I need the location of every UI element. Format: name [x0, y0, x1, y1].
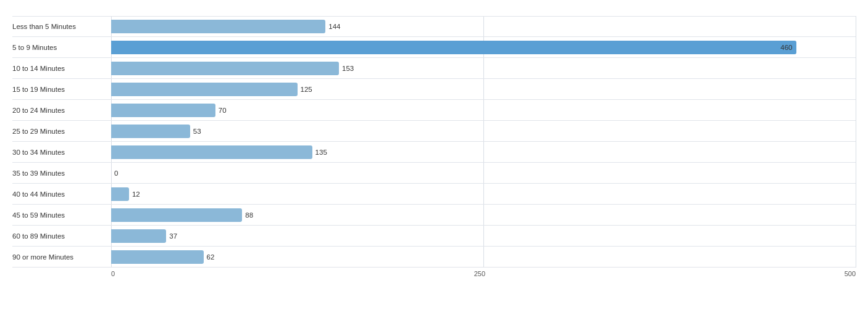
grid-line: [856, 16, 856, 268]
bar-row: 35 to 39 Minutes0: [12, 163, 856, 184]
bar-label: 10 to 14 Minutes: [12, 65, 111, 72]
bar-row: 45 to 59 Minutes88: [12, 205, 856, 226]
bar-value: 135: [315, 149, 327, 156]
bar-fill: 53: [111, 125, 190, 138]
bar-track: 125: [111, 79, 856, 99]
bar-row: 90 or more Minutes62: [12, 247, 856, 268]
bar-value: 62: [207, 253, 215, 261]
bar-fill: 37: [111, 229, 166, 243]
bar-value: 37: [169, 232, 177, 240]
bar-value: 153: [342, 65, 354, 72]
bar-track: 144: [111, 17, 856, 36]
bar-row: 20 to 24 Minutes70: [12, 100, 856, 121]
x-axis-label: 250: [474, 270, 485, 277]
bar-row: 5 to 9 Minutes460: [12, 37, 856, 58]
bar-label: 45 to 59 Minutes: [12, 211, 111, 219]
bar-track: 153: [111, 58, 856, 78]
bar-label: Less than 5 Minutes: [12, 23, 111, 30]
bar-row: 25 to 29 Minutes53: [12, 121, 856, 142]
bar-row: Less than 5 Minutes144: [12, 16, 856, 37]
bar-track: 62: [111, 247, 856, 267]
bar-label: 40 to 44 Minutes: [12, 190, 111, 198]
bar-row: 15 to 19 Minutes125: [12, 79, 856, 100]
bar-label: 15 to 19 Minutes: [12, 86, 111, 93]
bar-label: 60 to 89 Minutes: [12, 232, 111, 240]
x-axis: 0250500: [111, 270, 856, 277]
bar-row: 60 to 89 Minutes37: [12, 226, 856, 247]
bar-label: 90 or more Minutes: [12, 253, 111, 261]
bar-fill: 135: [111, 145, 312, 159]
bar-value: 88: [245, 211, 253, 219]
chart-area: Less than 5 Minutes1445 to 9 Minutes4601…: [12, 16, 856, 268]
bar-row: 30 to 34 Minutes135: [12, 142, 856, 163]
bar-value: 144: [328, 23, 340, 30]
bar-value: 12: [132, 190, 140, 198]
bar-track: 70: [111, 100, 856, 120]
bar-row: 10 to 14 Minutes153: [12, 58, 856, 79]
bar-track: 460: [111, 37, 856, 57]
bar-value: 460: [780, 44, 792, 51]
bar-label: 5 to 9 Minutes: [12, 44, 111, 51]
bars-container: Less than 5 Minutes1445 to 9 Minutes4601…: [12, 16, 856, 268]
bar-label: 35 to 39 Minutes: [12, 170, 111, 177]
chart-container: Less than 5 Minutes1445 to 9 Minutes4601…: [0, 6, 868, 302]
bar-fill: 70: [111, 104, 215, 117]
x-axis-label: 500: [845, 270, 856, 277]
bar-value: 70: [219, 107, 227, 114]
bar-track: 53: [111, 121, 856, 141]
bar-track: 12: [111, 184, 856, 204]
bar-value: 53: [193, 128, 201, 135]
bar-value: 125: [301, 86, 312, 93]
bar-track: 0: [111, 163, 856, 183]
bar-fill: 12: [111, 187, 129, 201]
bar-fill: 88: [111, 208, 242, 222]
bar-track: 88: [111, 205, 856, 225]
bar-fill: 125: [111, 83, 298, 96]
bar-value: 0: [114, 170, 118, 177]
bar-row: 40 to 44 Minutes12: [12, 184, 856, 205]
x-axis-label: 0: [111, 270, 115, 277]
bar-fill: 460: [111, 41, 796, 54]
bar-fill: 144: [111, 20, 325, 33]
bar-fill: 62: [111, 250, 204, 264]
bar-label: 20 to 24 Minutes: [12, 107, 111, 114]
bar-label: 25 to 29 Minutes: [12, 128, 111, 135]
bar-label: 30 to 34 Minutes: [12, 149, 111, 156]
bar-fill: 153: [111, 62, 339, 75]
bar-track: 37: [111, 226, 856, 246]
bar-track: 135: [111, 142, 856, 162]
